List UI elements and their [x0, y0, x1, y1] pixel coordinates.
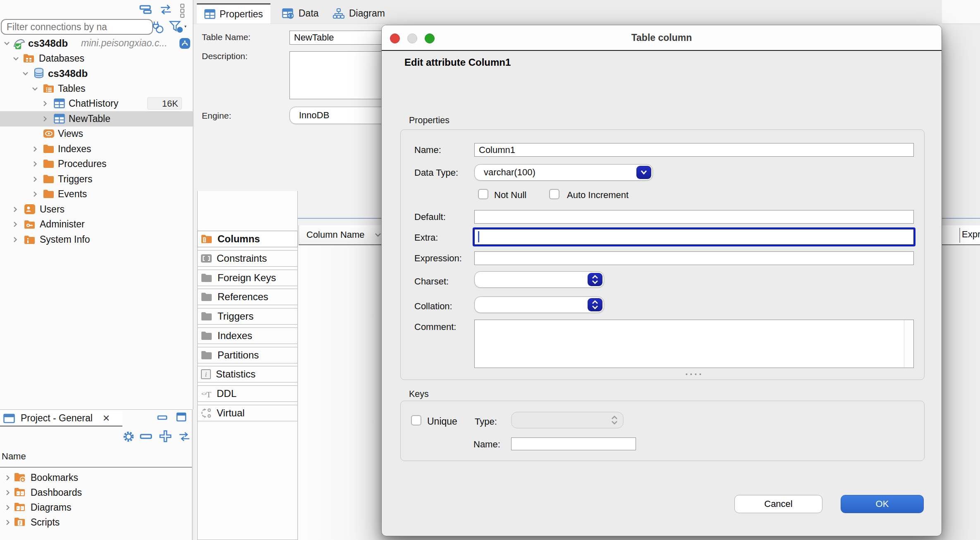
section-constraints[interactable]: Constraints	[197, 250, 298, 267]
not-null-label: Not Null	[494, 190, 526, 201]
description-textarea[interactable]	[289, 51, 388, 99]
editor-tab-bar: Properties Data Diagram	[194, 0, 980, 24]
chevron-right-icon[interactable]	[4, 504, 11, 511]
sidebar-item-administer[interactable]: Administer	[0, 217, 193, 232]
section-statistics[interactable]: i Statistics	[197, 366, 298, 382]
section-virtual[interactable]: Virtual	[197, 405, 298, 421]
not-null-checkbox[interactable]	[478, 189, 488, 199]
sidebar-item-views[interactable]: Views	[0, 126, 193, 141]
cancel-button[interactable]: Cancel	[734, 495, 822, 513]
key-type-select[interactable]	[511, 412, 624, 428]
sidebar-item-triggers[interactable]: Triggers	[0, 172, 193, 187]
chevron-right-icon[interactable]	[31, 191, 38, 198]
data-type-select[interactable]: varchar(100)	[474, 164, 653, 181]
table-data-icon	[282, 8, 294, 19]
chevron-down-icon[interactable]	[3, 40, 10, 47]
sidebar-item-users[interactable]: Users	[0, 202, 193, 217]
stepper-icon[interactable]	[588, 273, 602, 286]
sidebar-item-procedures[interactable]: Procedures	[0, 156, 193, 172]
tab-project-general[interactable]: Project - General ✕	[0, 411, 122, 427]
sidebar-item-events[interactable]: Events	[0, 186, 193, 202]
sidebar-item-schema[interactable]: cs348db	[0, 66, 193, 81]
chevron-right-icon[interactable]	[4, 489, 11, 496]
section-triggers[interactable]: Triggers	[197, 308, 298, 325]
chevron-right-icon[interactable]	[31, 146, 38, 153]
chevron-down-icon[interactable]	[31, 85, 38, 92]
sync-connections-icon[interactable]	[159, 3, 174, 16]
stepper-icon[interactable]	[588, 298, 602, 311]
grid-column-header[interactable]: Column Name	[299, 225, 387, 245]
chevron-right-icon[interactable]	[31, 160, 38, 167]
column-separator[interactable]	[959, 228, 960, 243]
default-label: Default:	[414, 212, 446, 222]
chevron-right-icon[interactable]	[4, 519, 11, 526]
chevron-right-icon[interactable]	[4, 474, 11, 481]
chevron-right-icon[interactable]	[12, 221, 19, 228]
more-options-icon[interactable]	[179, 3, 185, 16]
comment-textarea[interactable]	[474, 320, 914, 368]
close-traffic-icon[interactable]	[390, 33, 400, 43]
zoom-traffic-icon[interactable]	[425, 33, 435, 43]
default-input[interactable]	[474, 210, 914, 224]
section-indexes[interactable]: Indexes	[197, 327, 298, 344]
dialog-titlebar[interactable]: Table column	[382, 25, 942, 51]
chevron-down-icon[interactable]	[12, 55, 19, 62]
sidebar-item-indexes[interactable]: Indexes	[0, 141, 193, 157]
sidebar-item-tables[interactable]: Tables	[0, 81, 193, 96]
grid-expression-header[interactable]: Expr	[942, 225, 980, 245]
key-name-input[interactable]	[511, 437, 636, 450]
chevron-right-icon[interactable]	[12, 236, 19, 243]
sidebar-item-databases[interactable]: Databases	[0, 51, 193, 66]
minimize-traffic-icon[interactable]	[407, 33, 417, 43]
project-item-dashboards[interactable]: Dashboards	[0, 485, 192, 500]
section-columns[interactable]: Columns	[197, 231, 298, 247]
auto-increment-checkbox[interactable]	[549, 189, 559, 199]
extra-input[interactable]	[473, 227, 915, 246]
sync-icon[interactable]	[178, 431, 191, 442]
filter-connections-input[interactable]	[1, 19, 153, 35]
collation-select[interactable]	[474, 296, 604, 313]
tab-data[interactable]: Data	[275, 3, 326, 24]
chevron-right-icon[interactable]	[12, 206, 19, 213]
ok-button[interactable]: OK	[841, 495, 924, 513]
minimize-panel-icon[interactable]	[157, 415, 168, 421]
sidebar-item-chathistory[interactable]: ChatHistory 16K	[0, 96, 193, 111]
tab-diagram[interactable]: Diagram	[325, 3, 392, 24]
chevron-down-icon[interactable]	[636, 166, 651, 179]
connect-plug-icon[interactable]	[151, 20, 165, 34]
chevron-right-icon[interactable]	[31, 176, 38, 183]
tab-properties[interactable]: Properties	[197, 3, 270, 24]
notification-icon[interactable]	[179, 38, 190, 49]
filter-funnel-icon[interactable]	[169, 20, 188, 34]
chevron-right-icon[interactable]	[41, 115, 48, 122]
maximize-panel-icon[interactable]	[176, 412, 187, 422]
collapse-all-icon[interactable]	[139, 3, 154, 16]
table-name-input[interactable]	[289, 31, 388, 45]
resize-handle-icon[interactable]: ····	[678, 368, 711, 380]
section-foreign-keys[interactable]: Foreign Keys	[197, 270, 298, 286]
close-icon[interactable]: ✕	[103, 413, 110, 424]
unique-checkbox[interactable]	[411, 415, 421, 425]
stepper-icon[interactable]	[607, 413, 622, 427]
collapse-all-icon[interactable]	[140, 433, 153, 440]
charset-select[interactable]	[474, 271, 604, 288]
chevron-down-icon[interactable]	[22, 70, 29, 77]
columns-grid-body[interactable]	[299, 245, 387, 540]
project-item-bookmarks[interactable]: ★ Bookmarks	[0, 470, 192, 485]
sidebar-item-connection[interactable]: cs348db mini.peisongxiao.c...	[0, 36, 193, 51]
sidebar-item-system-info[interactable]: System Info	[0, 232, 193, 247]
section-partitions[interactable]: Partitions	[197, 347, 298, 363]
engine-select[interactable]: InnoDB	[289, 107, 388, 124]
section-ddl[interactable]: <>T DDL	[197, 385, 298, 402]
chevron-down-icon[interactable]	[374, 232, 382, 238]
project-item-scripts[interactable]: Scripts	[0, 515, 192, 530]
sidebar-item-newtable[interactable]: NewTable	[0, 111, 193, 127]
column-name-input[interactable]	[474, 143, 914, 157]
chevron-right-icon[interactable]	[41, 100, 48, 107]
gear-icon[interactable]	[122, 430, 135, 443]
scrollbar-track[interactable]	[904, 320, 913, 368]
add-item-icon[interactable]	[159, 430, 172, 443]
expression-input[interactable]	[474, 251, 914, 265]
project-item-diagrams[interactable]: Diagrams	[0, 500, 192, 515]
section-references[interactable]: References	[197, 289, 298, 305]
